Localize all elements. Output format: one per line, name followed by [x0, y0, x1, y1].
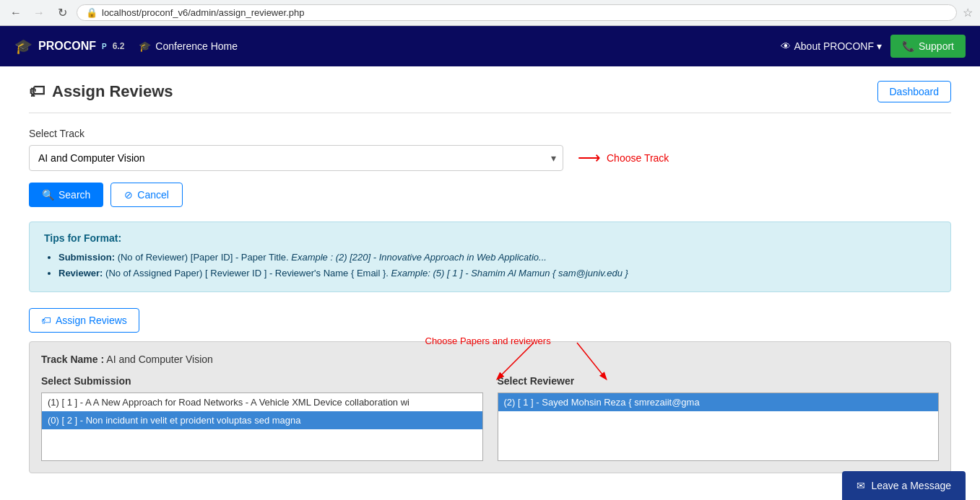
- conference-icon: 🎓: [139, 40, 151, 52]
- assign-reviews-section: 🏷 Assign Reviews Track Name : AI and Com…: [29, 308, 951, 473]
- reviewer-example: (5) [ 1 ] - Shamim Al Mamun { sam@juniv.…: [433, 268, 628, 278]
- reviewer-column: Select Reviewer (2) [ 1 ] - Sayed Mohsin…: [498, 375, 940, 461]
- columns-row: Select Submission (1) [ 1 ] - A A New Ap…: [41, 375, 939, 461]
- phone-icon: 📞: [902, 40, 914, 52]
- tips-reviewer: Reviewer: (No of Assigned Paper) [ Revie…: [58, 266, 936, 281]
- select-track-section: Select Track AI and Computer Vision Mach…: [29, 128, 951, 171]
- submission-list[interactable]: (1) [ 1 ] - A A New Approach for Road Ne…: [41, 392, 483, 461]
- cancel-icon: ⊘: [124, 189, 133, 201]
- conference-home-label: Conference Home: [155, 40, 238, 52]
- dashboard-button[interactable]: Dashboard: [877, 81, 952, 102]
- buttons-row: 🔍 Search ⊘ Cancel: [29, 183, 951, 207]
- url-bar[interactable]: 🔒 localhost/proconf_v6/admin/assign_revi…: [77, 4, 957, 21]
- email-icon: ✉: [857, 480, 865, 488]
- reviewer-label: Reviewer:: [58, 268, 103, 278]
- cancel-button[interactable]: ⊘ Cancel: [110, 183, 183, 207]
- tips-list: Submission: (No of Reviewer) [Paper ID] …: [58, 250, 936, 281]
- assign-reviews-button[interactable]: 🏷 Assign Reviews: [29, 308, 139, 333]
- page-title: 🏷 Assign Reviews: [29, 82, 173, 101]
- track-select-container: AI and Computer Vision Machine Learning …: [29, 145, 563, 171]
- forward-button[interactable]: →: [30, 4, 48, 22]
- brand: 🎓 PROCONFP 6.2: [14, 38, 124, 55]
- page-title-text: Assign Reviews: [52, 82, 173, 101]
- track-name-value: AI and Computer Vision: [106, 354, 213, 365]
- eye-icon: 👁: [781, 40, 791, 52]
- papers-annotation-label: Choose Papers and reviewers: [425, 335, 551, 346]
- leave-message-button[interactable]: ✉ Leave a Message: [842, 471, 966, 488]
- tag-icon-2: 🏷: [41, 315, 51, 326]
- submission-example-label: Example :: [291, 252, 333, 263]
- reviewer-example-label: Example:: [391, 268, 430, 278]
- cancel-label: Cancel: [137, 189, 169, 201]
- main-content: 🏷 Assign Reviews Dashboard Select Track …: [0, 66, 980, 488]
- support-label: Support: [919, 40, 954, 52]
- tag-icon: 🏷: [29, 82, 45, 101]
- assign-reviews-label: Assign Reviews: [56, 315, 127, 326]
- submission-example: (2) [220] - Innovative Approach in Web A…: [336, 252, 547, 263]
- back-button[interactable]: ←: [7, 4, 25, 22]
- reviewer-column-label: Select Reviewer: [498, 375, 940, 387]
- conference-home-link[interactable]: 🎓 Conference Home: [139, 40, 238, 52]
- search-label: Search: [58, 189, 90, 201]
- submission-item-2[interactable]: (0) [ 2 ] - Non incidunt in velit et pro…: [42, 411, 482, 429]
- submission-column: Select Submission (1) [ 1 ] - A A New Ap…: [41, 375, 483, 461]
- search-icon: 🔍: [42, 189, 54, 201]
- arrow-right-icon: ⟶: [578, 149, 601, 167]
- annotation-container: Choose Papers and reviewers Sel: [41, 375, 939, 461]
- leave-message-label: Leave a Message: [871, 480, 951, 488]
- reviewer-list[interactable]: (2) [ 1 ] - Sayed Mohsin Reza { smrezaii…: [498, 392, 940, 461]
- bookmark-icon[interactable]: ☆: [963, 6, 973, 19]
- submission-label: Submission:: [58, 252, 115, 263]
- track-name-row: Track Name : AI and Computer Vision: [41, 354, 939, 365]
- track-panel: Track Name : AI and Computer Vision Choo…: [29, 341, 951, 473]
- hat-icon: 🎓: [14, 38, 32, 55]
- navbar-right: 👁 About PROCONF ▾ 📞 Support: [781, 35, 966, 58]
- track-name-label: Track Name :: [41, 354, 104, 365]
- reload-button[interactable]: ↻: [53, 4, 71, 22]
- brand-name: PROCONF: [38, 40, 96, 53]
- tips-submission: Submission: (No of Reviewer) [Paper ID] …: [58, 250, 936, 266]
- about-label: About PROCONF: [794, 40, 873, 52]
- choose-track-annotation: ⟶ Choose Track: [578, 149, 669, 167]
- about-proconf[interactable]: 👁 About PROCONF ▾: [781, 40, 881, 52]
- submission-item-1[interactable]: (1) [ 1 ] - A A New Approach for Road Ne…: [42, 393, 482, 411]
- track-section-label: Select Track: [29, 128, 951, 139]
- tips-box: Tips for Format: Submission: (No of Revi…: [29, 222, 951, 292]
- page-header: 🏷 Assign Reviews Dashboard: [29, 81, 951, 113]
- brand-version: 6.2: [113, 41, 125, 51]
- url-text: localhost/proconf_v6/admin/assign_review…: [102, 7, 948, 18]
- choose-track-label: Choose Track: [607, 152, 669, 164]
- track-row: AI and Computer Vision Machine Learning …: [29, 145, 951, 171]
- search-button[interactable]: 🔍 Search: [29, 183, 103, 207]
- dropdown-icon: ▾: [877, 40, 882, 52]
- reviewer-text: (No of Assigned Paper) [ Reviewer ID ] -…: [105, 268, 389, 278]
- browser-bar: ← → ↻ 🔒 localhost/proconf_v6/admin/assig…: [0, 0, 980, 26]
- submission-text: (No of Reviewer) [Paper ID] - Paper Titl…: [118, 252, 289, 263]
- tips-title: Tips for Format:: [44, 232, 936, 244]
- support-button[interactable]: 📞 Support: [890, 35, 966, 58]
- submission-column-label: Select Submission: [41, 375, 483, 387]
- navbar-left: 🎓 PROCONFP 6.2 🎓 Conference Home: [14, 38, 238, 55]
- navbar: 🎓 PROCONFP 6.2 🎓 Conference Home 👁 About…: [0, 26, 980, 66]
- track-select[interactable]: AI and Computer Vision Machine Learning …: [29, 145, 563, 171]
- reviewer-item-1[interactable]: (2) [ 1 ] - Sayed Mohsin Reza { smrezaii…: [498, 393, 939, 411]
- brand-superscript: P: [102, 43, 107, 51]
